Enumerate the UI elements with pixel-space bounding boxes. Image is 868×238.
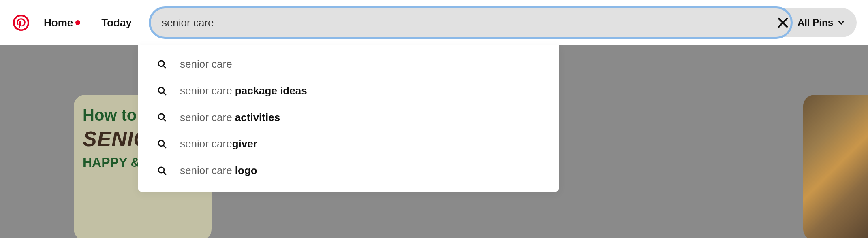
close-icon: [777, 17, 789, 29]
svg-line-6: [164, 119, 166, 121]
autocomplete-item[interactable]: senior care activities: [138, 104, 559, 131]
autocomplete-item[interactable]: senior care package ideas: [138, 78, 559, 104]
autocomplete-text: senior care package ideas: [180, 84, 307, 98]
autocomplete-dropdown: senior care senior care package ideas se…: [138, 45, 559, 192]
search-icon: [157, 113, 167, 122]
autocomplete-text: senior care logo: [180, 164, 257, 178]
search-inner: [149, 17, 773, 29]
autocomplete-item[interactable]: senior care: [138, 51, 559, 78]
search-icon: [157, 166, 167, 176]
search-filter-dropdown[interactable]: All Pins: [792, 13, 851, 32]
svg-line-8: [164, 146, 166, 148]
search-icon: [157, 86, 167, 96]
nav-home[interactable]: Home: [36, 12, 88, 34]
nav-today-label: Today: [101, 17, 132, 29]
search-input[interactable]: [162, 17, 765, 29]
pinterest-logo-icon: [13, 15, 29, 31]
autocomplete-item[interactable]: senior care logo: [138, 157, 559, 184]
clear-search-button[interactable]: [773, 13, 793, 32]
search-icon: [157, 139, 167, 149]
nav-today[interactable]: Today: [93, 12, 140, 34]
chevron-down-icon: [837, 19, 845, 27]
header-bar: Home Today All Pins: [0, 0, 868, 45]
autocomplete-item[interactable]: senior caregiver: [138, 131, 559, 157]
autocomplete-text: senior care activities: [180, 111, 280, 125]
autocomplete-text: senior caregiver: [180, 137, 257, 151]
logo[interactable]: [11, 13, 31, 32]
feed-pin-card[interactable]: [803, 95, 868, 238]
notification-dot-icon: [75, 20, 80, 25]
search-filter-label: All Pins: [797, 17, 833, 28]
svg-line-2: [164, 66, 166, 68]
svg-line-10: [164, 172, 166, 175]
search-icon: [157, 60, 167, 69]
nav-home-label: Home: [44, 17, 73, 29]
search-pill: All Pins: [149, 8, 857, 37]
svg-line-4: [164, 92, 166, 95]
autocomplete-text: senior care: [180, 57, 232, 71]
